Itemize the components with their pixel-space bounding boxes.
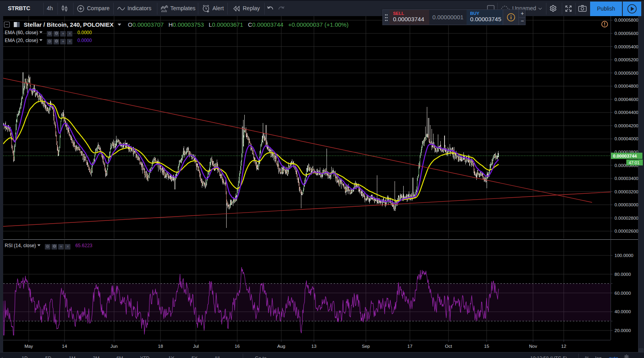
svg-text:0.00004800: 0.00004800	[614, 84, 638, 88]
svg-text:12: 12	[561, 344, 566, 349]
svg-text:0.00003400: 0.00003400	[614, 176, 638, 181]
svg-text:0.00004200: 0.00004200	[614, 123, 638, 128]
svg-text:0.00003000: 0.00003000	[614, 202, 638, 207]
svg-text:60.0000: 60.0000	[614, 291, 631, 296]
svg-text:Aug: Aug	[277, 344, 285, 349]
svg-text:14: 14	[62, 344, 67, 349]
svg-text:0.00003200: 0.00003200	[614, 189, 638, 194]
svg-text:0.00002800: 0.00002800	[614, 216, 638, 220]
svg-text:40.0000: 40.0000	[614, 309, 631, 314]
svg-text:80.0000: 80.0000	[614, 272, 631, 277]
svg-text:20.0000: 20.0000	[614, 328, 631, 333]
svg-text:Nov: Nov	[529, 344, 537, 349]
svg-text:0.00005600: 0.00005600	[614, 31, 638, 36]
svg-text:0.00005400: 0.00005400	[614, 44, 638, 49]
svg-text:Jun: Jun	[111, 344, 118, 349]
svg-text:0.00004600: 0.00004600	[614, 97, 638, 102]
svg-text:0.00002600: 0.00002600	[614, 229, 638, 233]
svg-text:Sep: Sep	[362, 344, 370, 349]
svg-text:May: May	[24, 344, 33, 349]
svg-text:100.0000: 100.0000	[614, 253, 633, 258]
svg-text:0.00005800: 0.00005800	[614, 18, 638, 22]
svg-text:0.00004000: 0.00004000	[614, 136, 638, 141]
svg-text:18: 18	[158, 344, 163, 349]
svg-text:15: 15	[484, 344, 489, 349]
svg-text:13: 13	[312, 344, 317, 349]
svg-text:Oct: Oct	[445, 344, 452, 349]
svg-text:0.00005000: 0.00005000	[614, 71, 638, 75]
svg-text:0.00003744: 0.00003744	[613, 154, 637, 158]
svg-text:0.00005200: 0.00005200	[614, 57, 638, 62]
svg-text:47:01: 47:01	[629, 160, 640, 165]
svg-text:17: 17	[408, 344, 413, 349]
svg-text:0.00004400: 0.00004400	[614, 110, 638, 115]
svg-text:Jul: Jul	[193, 344, 199, 349]
svg-text:16: 16	[235, 344, 240, 349]
